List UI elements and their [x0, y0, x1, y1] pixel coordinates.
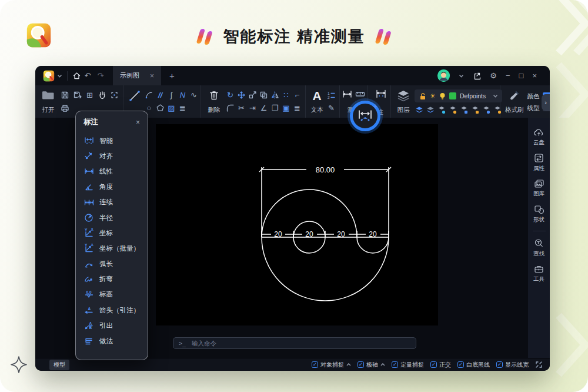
trim-icon[interactable]: ✂ — [238, 104, 245, 112]
maximize-icon[interactable]: □ — [519, 71, 524, 80]
home-icon[interactable] — [72, 71, 81, 80]
canvas[interactable]: 80.00 20 20 20 20 — [156, 124, 438, 325]
toggle-object-snap[interactable]: ✓ 对象捕捉 — [312, 361, 351, 369]
annotate-pencil-icon[interactable]: ✎ — [328, 104, 335, 112]
dim-item-smart[interactable]: 智能 — [76, 133, 148, 148]
text-tool-button[interactable]: A 文本 — [310, 88, 323, 116]
close-window-icon[interactable]: × — [532, 71, 537, 80]
format-painter-button[interactable]: 格式刷 — [505, 88, 524, 116]
sidebar-item-properties[interactable]: 属性 — [533, 153, 544, 172]
zoom-extents-icon[interactable] — [110, 91, 119, 99]
command-bar[interactable]: >_ — [173, 337, 416, 349]
pan-hand-icon[interactable] — [98, 90, 106, 99]
dim-item-continue[interactable]: 连续 — [76, 195, 148, 210]
undo-icon[interactable]: ↶ — [81, 71, 94, 80]
polyline-tool-icon[interactable]: N — [180, 91, 185, 99]
move-icon[interactable] — [237, 91, 246, 99]
layers-button[interactable]: 图层 — [396, 88, 411, 116]
toggle-caret-icon[interactable] — [380, 363, 385, 366]
dim-item-arrow-leader[interactable]: A 箭头（引注） — [76, 303, 148, 318]
scale-icon[interactable] — [248, 91, 257, 99]
fillet-icon[interactable] — [226, 104, 235, 112]
dim-item-leader-out[interactable]: AB 引出 — [76, 318, 148, 333]
table-list-icon[interactable]: ≣ — [179, 104, 186, 112]
sidebar-item-tools[interactable]: 工具 — [533, 264, 544, 283]
insert-block-icon[interactable]: ❐ — [272, 104, 279, 112]
layer-tool-icon[interactable] — [482, 105, 491, 115]
redo-icon[interactable]: ↷ — [94, 71, 107, 80]
sidebar-item-gallery[interactable]: 图库 — [533, 179, 544, 198]
avatar[interactable] — [437, 69, 450, 82]
checkbox-checked[interactable]: ✓ — [457, 361, 464, 368]
circle-tool-icon[interactable]: ○ — [147, 104, 152, 112]
tab-example-drawing[interactable]: 示例图 × — [113, 66, 161, 85]
annotate-add-icon[interactable]: + — [373, 102, 377, 111]
chamfer-icon[interactable]: ∠ — [260, 104, 268, 112]
parallel-tool-icon[interactable]: // — [158, 91, 162, 99]
dim-item-aligned[interactable]: 对齐 — [76, 148, 148, 164]
logo-caret-icon[interactable] — [57, 74, 62, 78]
layer-tool-icon[interactable] — [426, 105, 435, 115]
layer-tool-icon[interactable] — [415, 105, 424, 115]
fullscreen-icon[interactable] — [535, 361, 543, 368]
collapse-toolbar-button[interactable]: › — [542, 94, 550, 111]
spline-tool-icon[interactable]: ∿ — [191, 91, 197, 99]
checkbox-checked[interactable]: ✓ — [392, 361, 398, 368]
tab-close-icon[interactable]: × — [150, 72, 154, 80]
settings-gear-icon[interactable]: ⚙ — [490, 71, 497, 80]
measure-ruler-icon[interactable] — [355, 89, 365, 99]
dim-item-ordinate[interactable]: XY 坐标 — [76, 225, 148, 241]
dim-item-arc-length[interactable]: 弧长 — [76, 257, 148, 272]
save-icon[interactable] — [61, 91, 69, 99]
dim-item-angular[interactable]: 角度 — [76, 180, 148, 195]
toggle-ortho[interactable]: ✓ 正交 — [430, 361, 451, 369]
block-icon[interactable]: ▣ — [282, 104, 289, 112]
mirror-icon[interactable] — [270, 91, 279, 99]
sidebar-item-shapes[interactable]: 形状 — [533, 204, 544, 224]
command-input[interactable] — [191, 339, 410, 347]
sidebar-item-cloud[interactable]: 云盘 — [533, 128, 544, 147]
extend-icon[interactable]: ⇥ — [249, 104, 256, 112]
numbered-list-icon[interactable]: 12 — [327, 91, 336, 99]
toggle-white-bg[interactable]: ✓ 白底黑线 — [457, 361, 490, 369]
layer-tool-icon[interactable] — [459, 105, 469, 115]
hatch-tool-icon[interactable]: ▨ — [168, 104, 175, 112]
toggle-lineweight[interactable]: ✓ 显示线宽 — [496, 361, 529, 369]
sidebar-item-find[interactable]: 查找 — [533, 238, 544, 258]
dim-panel-close-icon[interactable]: × — [136, 118, 140, 127]
curve-tool-icon[interactable]: ∫ — [171, 91, 173, 99]
dim-item-ordinate-batch[interactable]: XY 坐标（批量） — [76, 241, 148, 256]
properties-list-icon[interactable]: ≣ — [294, 104, 300, 112]
dim-baseline-icon[interactable] — [375, 89, 387, 99]
print-icon[interactable] — [61, 104, 69, 112]
checkbox-checked[interactable]: ✓ — [496, 361, 503, 368]
layer-tool-icon[interactable] — [470, 105, 480, 115]
model-tab-button[interactable]: 模型 — [49, 360, 69, 370]
delete-button[interactable]: 删除 — [206, 88, 222, 116]
checkbox-checked[interactable]: ✓ — [312, 361, 318, 368]
layer-tool-icon[interactable] — [437, 105, 446, 115]
new-tab-button[interactable]: + — [169, 71, 175, 81]
dim-item-jogged[interactable]: 折弯 — [76, 272, 148, 287]
toggle-polar[interactable]: ✓ 极轴 — [358, 361, 385, 369]
new-file-icon[interactable]: ⊞ — [86, 91, 93, 99]
checkbox-checked[interactable]: ✓ — [430, 361, 437, 368]
minimize-icon[interactable]: − — [506, 71, 510, 80]
checkbox-checked[interactable]: ✓ — [358, 361, 364, 368]
dim-item-linear[interactable]: 线性 — [76, 164, 148, 179]
array-icon[interactable]: ∷ — [283, 91, 288, 99]
rotate-icon[interactable]: ↻ — [227, 91, 233, 99]
toggle-caret-icon[interactable] — [346, 363, 351, 366]
copy-icon[interactable] — [259, 91, 268, 99]
share-icon[interactable] — [473, 72, 481, 80]
polygon-tool-icon[interactable] — [156, 104, 165, 112]
arc-tool-icon[interactable] — [145, 91, 153, 99]
avatar-caret-icon[interactable] — [459, 74, 464, 78]
layer-tool-icon[interactable] — [448, 105, 457, 115]
dim-item-radius[interactable]: 半径 — [76, 210, 148, 225]
offset-icon[interactable]: ⌐ — [295, 91, 300, 99]
toggle-grid-snap[interactable]: ✓ 定量捕捉 — [392, 361, 424, 369]
dim-item-method[interactable]: 做法 — [76, 333, 148, 348]
open-button[interactable]: 打开 — [40, 88, 56, 116]
app-logo-small[interactable] — [43, 70, 55, 82]
